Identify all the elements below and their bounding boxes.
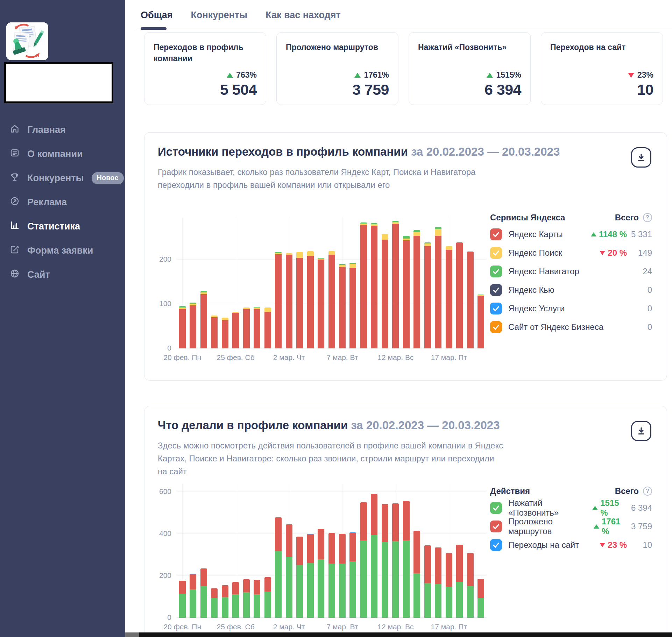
checkbox-yandex-services[interactable] [490,303,502,314]
bar-segment [232,594,239,618]
trend-arrow-icon [594,524,599,529]
bar-segment [318,260,324,348]
bar-segment [211,598,218,618]
bar-group [222,585,228,618]
legend-label: Яндекс Поиск [508,248,562,258]
tab-competitors[interactable]: Конкуренты [191,10,248,21]
bar-segment [382,504,388,542]
bar-segment [339,564,346,618]
bar-segment [403,501,410,540]
x-axis-tick-label: 20 фев. Пн [163,353,201,362]
legend-total: 0 [630,304,652,313]
bar-group [371,223,377,348]
bar-segment [264,577,271,592]
bottom-edge-strip [125,632,672,637]
bar-segment [179,581,186,594]
bar-segment [222,320,228,348]
y-axis-tick-label: 100 [159,299,171,308]
card-description: Здесь можно посмотреть действия пользова… [158,439,504,478]
bar-group [275,252,282,348]
trend-arrow-icon [628,73,634,78]
x-axis-tick-label: 25 фев. Сб [217,623,255,631]
sidebar-item-competitors[interactable]: Конкуренты Новое [0,166,125,190]
tab-general[interactable]: Общая [141,10,173,21]
checkbox-yandex-search[interactable] [490,247,502,259]
sidebar-item-about[interactable]: О компании [0,142,125,166]
bar-group [243,579,250,618]
legend-total: 5 331 [630,229,652,239]
bar-group [190,303,196,348]
checkbox-yandex-q[interactable] [490,284,502,296]
bar-segment [328,564,335,618]
sidebar-item-ads[interactable]: Реклама [0,190,125,214]
legend-label: Переходы на сайт [508,540,579,550]
x-axis-tick-label: 20 фев. Пн [163,623,201,631]
bar-segment [435,584,441,618]
bar-group [328,251,335,348]
bar-segment [296,537,303,565]
question-icon[interactable]: ? [643,213,652,222]
sidebar-item-statistics[interactable]: Статистика [0,214,125,239]
sidebar-item-label: Сайт [27,269,50,280]
bar-segment [211,588,218,598]
bar-segment [435,229,441,236]
documents-stamp-illustration [6,22,48,60]
checkbox-yandex-navigator[interactable] [490,266,502,277]
checkbox-yandex-business-site[interactable] [490,321,502,333]
bar-segment [328,251,335,255]
question-icon[interactable]: ? [643,487,652,496]
bar-segment [179,309,186,348]
legend-row: Яндекс Поиск 20 % 149 [490,243,652,262]
bar-segment [275,517,282,551]
kpi-title: Нажатий «Позвонить» [418,42,521,53]
card-title-text: Что делали в профиле компании [158,419,348,432]
card-date-range: за 20.02.2023 — 20.03.2023 [351,419,500,432]
tab-how-found[interactable]: Как вас находят [266,10,341,21]
bar-segment [318,559,324,618]
bar-segment [318,529,324,559]
x-axis-tick-label: 17 мар. Пт [431,353,467,362]
bar-segment [456,242,463,348]
bar-group [211,588,218,618]
bar-segment [254,594,260,618]
bar-segment [360,540,367,618]
bar-group [318,258,324,348]
bar-segment [286,557,292,618]
bar-group [371,494,377,618]
bar-segment [275,254,282,348]
bar-segment [307,535,314,563]
bar-segment [200,294,207,348]
sources-bar-chart: 010020020 фев. Пн25 фев. Сб2 мар. Чт7 ма… [177,217,486,348]
bar-segment [446,587,452,618]
bar-group [264,307,271,348]
bar-segment [339,267,346,348]
x-axis-tick-label: 2 мар. Чт [273,353,305,362]
bar-segment [243,592,250,618]
bar-segment [328,255,335,348]
sidebar-item-site[interactable]: Сайт [0,263,125,287]
checkbox-routes[interactable] [490,521,502,532]
checkbox-yandex-maps[interactable] [490,228,502,240]
sidebar-item-home[interactable]: Главная [0,118,125,142]
y-axis-tick-label: 200 [159,255,171,263]
download-button[interactable] [631,147,651,168]
bar-segment [296,252,303,258]
sidebar-item-label: Статистика [27,221,80,232]
legend-total: 0 [630,285,652,295]
bar-group [179,581,186,618]
legend-total: 3 759 [630,522,652,531]
sidebar-item-label: О компании [27,149,83,160]
bar-group [275,517,282,618]
company-logo [6,22,48,60]
sidebar-item-request-form[interactable]: Форма заявки [0,239,125,263]
bar-segment [254,309,260,348]
bar-segment [200,568,207,586]
download-button[interactable] [631,421,651,441]
checkbox-site-visits[interactable] [490,539,502,551]
checkbox-calls[interactable] [490,502,502,514]
bar-group [424,545,431,618]
bar-segment [243,579,250,592]
sidebar-item-label: Форма заявки [27,245,93,256]
bar-group [318,529,324,618]
bar-group [467,553,474,618]
